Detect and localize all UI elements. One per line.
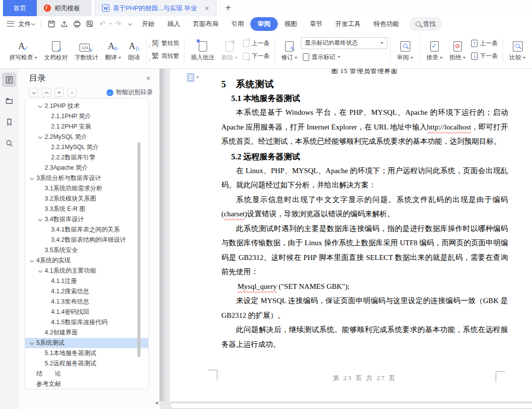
next-change-button[interactable]: ↓ 下一条: [469, 51, 500, 62]
markup-state-select[interactable]: 显示标记的最终状态: [301, 37, 387, 49]
toc-item[interactable]: 3系统分析与数据库设计: [25, 173, 148, 183]
search-panel-button[interactable]: [2, 136, 16, 150]
close-panel-icon[interactable]: ×: [146, 74, 151, 83]
menu-item-dev-tools[interactable]: 开发工具: [329, 18, 367, 30]
print-preview-icon[interactable]: [83, 19, 96, 29]
hamburger-menu-icon[interactable]: [7, 21, 14, 26]
simp-to-trad-button[interactable]: ↓繁 简转繁: [150, 51, 181, 62]
translate-button[interactable]: A中 翻译: [102, 36, 125, 64]
toc-item[interactable]: 3.4.1数据库表之间的关系: [25, 225, 148, 235]
doc-proof-button[interactable]: ✓ 文档校对: [41, 36, 71, 64]
toc-item[interactable]: 4.1.3发布信息: [25, 297, 148, 307]
margin-nav-widget[interactable]: [187, 73, 199, 82]
reject-button[interactable]: ⊘ 拒绝: [446, 36, 469, 64]
new-tab-button[interactable]: +: [220, 0, 236, 16]
toc-item[interactable]: 4.1.1注册: [25, 276, 148, 286]
menu-item-insert[interactable]: 插入: [161, 18, 186, 30]
toc-scrollbar-thumb[interactable]: [137, 142, 140, 357]
collapse-panel-arrow-icon[interactable]: ◀: [155, 401, 158, 405]
toc-item[interactable]: 2.2.2数据库引擎: [25, 153, 148, 163]
chevron-down-icon[interactable]: [37, 103, 45, 110]
toc-item[interactable]: 2.3Apache 简介: [25, 163, 148, 173]
tab-home[interactable]: 首页: [3, 0, 37, 16]
chevron-down-icon[interactable]: [37, 268, 45, 275]
collapse-ribbon-icon[interactable]: [128, 22, 133, 26]
toc-item[interactable]: 2.1PHP 技术: [25, 101, 148, 111]
toc-item[interactable]: 4系统的实现: [25, 256, 148, 266]
toc-item[interactable]: 3.2系统模块关系图: [25, 194, 148, 204]
collapse-all-button[interactable]: [42, 88, 51, 97]
chevron-down-icon[interactable]: [29, 257, 36, 264]
chevron-down-icon[interactable]: [29, 175, 36, 182]
toc-item[interactable]: 3.3系统 E-R 图: [25, 204, 148, 214]
accept-button[interactable]: ✓ 接受: [423, 36, 446, 64]
toc-item[interactable]: 2.1.2PHP 安装: [25, 122, 148, 132]
chevron-down-icon[interactable]: [29, 340, 36, 347]
toc-item[interactable]: 参考文献: [25, 379, 148, 389]
export-icon[interactable]: [58, 19, 71, 29]
toc-item[interactable]: 4.1系统的主要功能: [25, 266, 148, 276]
track-changes-button[interactable]: ✎ 修订: [278, 36, 301, 64]
toc-item[interactable]: 5.1本地服务器测试: [25, 348, 148, 358]
zoom-in-level-button[interactable]: +: [54, 88, 64, 97]
insert-comment-button[interactable]: ✱ 插入批注: [187, 36, 218, 64]
spell-check-button[interactable]: A✓ 拼写检查: [6, 36, 41, 64]
review-button[interactable]: 审阅: [394, 36, 417, 64]
find-button[interactable]: 查找: [409, 17, 442, 31]
file-chevron-icon[interactable]: [31, 22, 36, 26]
dropdown-icon: [34, 57, 37, 59]
smart-toc-button[interactable]: 智能识别目录: [106, 88, 153, 97]
toc-item[interactable]: 4.1.4密码找回: [25, 307, 148, 317]
toc-item[interactable]: 结 论: [25, 369, 148, 379]
prev-change-button[interactable]: ↑ 上一条: [469, 38, 500, 49]
bookmark-icon: [5, 118, 14, 127]
toc-item[interactable]: 5.2远程服务器测试: [25, 358, 148, 369]
heading-chapter: 5 系统测试: [221, 78, 508, 91]
undo-icon[interactable]: ↶: [96, 19, 109, 29]
toc-item[interactable]: 4.1.5数据库连接代码: [25, 317, 148, 328]
menu-item-page-layout[interactable]: 页面布局: [186, 18, 225, 30]
show-markup-button[interactable]: 显示标记: [301, 51, 387, 63]
read-aloud-button[interactable]: A)) 朗读: [125, 36, 143, 64]
docer-logo-icon: [44, 4, 51, 12]
chevron-down-icon[interactable]: [37, 134, 45, 141]
toc-item[interactable]: 3.1系统功能需求分析: [25, 183, 148, 194]
paragraph: 此系统测试时遇到的主要是数据库连接编码，指的是进行数据库操作时以哪种编码与数据库…: [221, 222, 508, 280]
print-icon[interactable]: [71, 19, 83, 29]
tab-document[interactable]: W 基于PHP的校园...与实现 毕业论文 ×: [95, 0, 216, 16]
chevron-down-icon[interactable]: [37, 216, 45, 223]
menu-item-section[interactable]: 章节: [303, 18, 329, 30]
trad-to-simp-button[interactable]: ↓简 繁转简: [150, 38, 181, 49]
outline-panel-button[interactable]: [2, 73, 16, 87]
compare-button[interactable]: 比较: [506, 36, 529, 64]
redo-icon[interactable]: ↷: [112, 19, 125, 29]
menu-item-review[interactable]: 审阅: [250, 17, 278, 31]
menu-item-home[interactable]: 开始: [135, 18, 161, 30]
toc-item[interactable]: 2.2MySQL 简介: [25, 132, 148, 142]
file-menu[interactable]: 文件: [18, 20, 31, 28]
toc-item[interactable]: 2.1.1PHP 简介: [25, 111, 148, 122]
tab-templates[interactable]: 稻壳模板: [37, 0, 92, 16]
toc-item[interactable]: 4.2创建界面: [25, 328, 148, 338]
expand-all-button[interactable]: [29, 88, 38, 97]
close-tab-icon[interactable]: ×: [205, 4, 209, 12]
toc-item[interactable]: 3.4数据库设计: [25, 214, 148, 225]
horizontal-scrollbar[interactable]: [170, 403, 532, 409]
menu-item-references[interactable]: 引用: [225, 18, 250, 30]
chapter-panel-button[interactable]: [2, 94, 16, 108]
toc-item[interactable]: 4.1.2搜索信息: [25, 286, 148, 297]
menu-item-special-features[interactable]: 特色功能: [367, 18, 405, 30]
track-changes-icon: ✎: [285, 38, 293, 51]
toc-item[interactable]: 3.5系统安全: [25, 245, 148, 256]
toc-item-selected[interactable]: 5系统测试: [25, 338, 148, 348]
toc-item[interactable]: 2.2.1MySQL 简介: [25, 142, 148, 153]
menu-item-view[interactable]: 视图: [278, 18, 303, 30]
bookmark-panel-button[interactable]: [2, 115, 16, 129]
document-page[interactable]: 图 15 管理员管理界面 5 系统测试 5.1 本地服务器测试 本系统是基于 W…: [170, 69, 532, 401]
dropdown-icon: [410, 57, 413, 59]
word-count-button[interactable]: 123+ 字数统计: [71, 36, 102, 64]
spell-check-icon: A✓: [18, 38, 28, 51]
zoom-out-level-button[interactable]: −: [67, 88, 77, 97]
toc-item[interactable]: 3.4.2数据表结构的详细设计: [25, 235, 148, 245]
save-icon[interactable]: [45, 19, 58, 29]
